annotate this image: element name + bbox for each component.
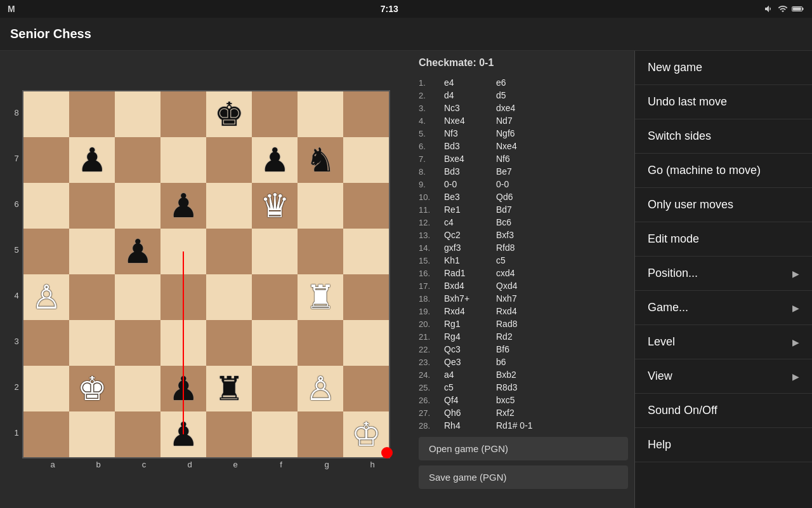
- move-white[interactable]: Rad1: [444, 268, 495, 278]
- move-white[interactable]: Nf3: [444, 128, 495, 138]
- cell-d3[interactable]: [160, 320, 206, 366]
- move-white[interactable]: Bd3: [444, 141, 495, 151]
- move-black[interactable]: Rfd8: [496, 243, 547, 253]
- chess-board[interactable]: ♚♟♟♞♟♛♟♙♜♚♟♜♙♟♔: [22, 90, 390, 458]
- move-black[interactable]: Rd1# 0-1: [496, 420, 547, 431]
- cell-c1[interactable]: [115, 411, 160, 457]
- move-black[interactable]: Nxe4: [496, 141, 547, 151]
- cell-h6[interactable]: [343, 183, 389, 229]
- move-black[interactable]: 0-0: [496, 179, 547, 189]
- move-white[interactable]: Rg1: [444, 319, 495, 329]
- move-black[interactable]: c5: [496, 255, 547, 265]
- cell-b8[interactable]: [69, 91, 115, 137]
- cell-e3[interactable]: [206, 320, 252, 366]
- cell-b4[interactable]: [69, 274, 115, 320]
- move-white[interactable]: Bxe4: [444, 154, 495, 164]
- cell-e4[interactable]: [206, 274, 252, 320]
- move-white[interactable]: c5: [444, 382, 495, 392]
- move-white[interactable]: Nc3: [444, 103, 495, 113]
- cell-a2[interactable]: [23, 366, 69, 411]
- move-white[interactable]: 0-0: [444, 179, 495, 189]
- cell-g5[interactable]: [298, 229, 343, 274]
- cell-g4[interactable]: ♜: [298, 274, 343, 320]
- move-black[interactable]: Bxb2: [496, 370, 547, 380]
- move-black[interactable]: Ngf6: [496, 128, 547, 138]
- cell-e2[interactable]: ♜: [206, 366, 252, 411]
- menu-item-game[interactable]: Game...▶: [635, 291, 812, 325]
- move-black[interactable]: Bxf3: [496, 230, 547, 240]
- cell-a8[interactable]: [23, 91, 69, 137]
- move-black[interactable]: Rad8: [496, 319, 547, 329]
- move-white[interactable]: Be3: [444, 192, 495, 202]
- save-game-button[interactable]: Save game (PGN): [419, 465, 628, 489]
- cell-a7[interactable]: [23, 137, 69, 183]
- cell-h8[interactable]: [343, 91, 389, 137]
- cell-e1[interactable]: [206, 411, 252, 457]
- move-black[interactable]: Nf6: [496, 154, 547, 164]
- cell-c2[interactable]: [115, 366, 160, 411]
- cell-b7[interactable]: ♟: [69, 137, 115, 183]
- cell-c3[interactable]: [115, 320, 160, 366]
- menu-item-undo-last-move[interactable]: Undo last move: [635, 85, 812, 119]
- move-white[interactable]: Qe3: [444, 357, 495, 367]
- cell-d6[interactable]: ♟: [160, 183, 206, 229]
- menu-item-help[interactable]: Help: [635, 428, 812, 462]
- cell-e8[interactable]: ♚: [206, 91, 252, 137]
- move-black[interactable]: Bd7: [496, 204, 547, 215]
- cell-a6[interactable]: [23, 183, 69, 229]
- menu-item-view[interactable]: View▶: [635, 359, 812, 394]
- move-white[interactable]: Re1: [444, 204, 495, 215]
- cell-f2[interactable]: [252, 366, 298, 411]
- cell-a1[interactable]: [23, 411, 69, 457]
- cell-d4[interactable]: [160, 274, 206, 320]
- move-black[interactable]: d5: [496, 90, 547, 100]
- cell-f3[interactable]: [252, 320, 298, 366]
- open-game-button[interactable]: Open game (PGN): [419, 437, 628, 460]
- cell-g1[interactable]: [298, 411, 343, 457]
- cell-e5[interactable]: [206, 229, 252, 274]
- move-white[interactable]: Rg4: [444, 331, 495, 342]
- move-white[interactable]: gxf3: [444, 243, 495, 253]
- menu-item-switch-sides[interactable]: Switch sides: [635, 119, 812, 154]
- move-white[interactable]: Bxh7+: [444, 293, 495, 304]
- cell-e6[interactable]: [206, 183, 252, 229]
- menu-item-position[interactable]: Position...▶: [635, 257, 812, 291]
- move-black[interactable]: Be7: [496, 166, 547, 177]
- cell-d5[interactable]: [160, 229, 206, 274]
- cell-b3[interactable]: [69, 320, 115, 366]
- move-black[interactable]: Nxh7: [496, 293, 547, 304]
- cell-g7[interactable]: ♞: [298, 137, 343, 183]
- move-black[interactable]: bxc5: [496, 395, 547, 405]
- cell-f1[interactable]: [252, 411, 298, 457]
- move-white[interactable]: c4: [444, 217, 495, 227]
- move-black[interactable]: cxd4: [496, 268, 547, 278]
- cell-c4[interactable]: [115, 274, 160, 320]
- move-white[interactable]: e4: [444, 77, 495, 88]
- move-white[interactable]: Kh1: [444, 255, 495, 265]
- move-white[interactable]: Qf4: [444, 395, 495, 405]
- move-white[interactable]: Nxe4: [444, 116, 495, 126]
- move-white[interactable]: Qh6: [444, 408, 495, 418]
- cell-d7[interactable]: [160, 137, 206, 183]
- menu-item-sound-onoff[interactable]: Sound On/Off: [635, 394, 812, 428]
- cell-d1[interactable]: ♟: [160, 411, 206, 457]
- cell-f8[interactable]: [252, 91, 298, 137]
- move-black[interactable]: R8d3: [496, 382, 547, 392]
- cell-f4[interactable]: [252, 274, 298, 320]
- cell-h3[interactable]: [343, 320, 389, 366]
- cell-d2[interactable]: ♟: [160, 366, 206, 411]
- cell-b1[interactable]: [69, 411, 115, 457]
- cell-g8[interactable]: [298, 91, 343, 137]
- cell-c7[interactable]: [115, 137, 160, 183]
- move-black[interactable]: Rxd4: [496, 306, 547, 316]
- cell-c6[interactable]: [115, 183, 160, 229]
- move-white[interactable]: Qc2: [444, 230, 495, 240]
- cell-c8[interactable]: [115, 91, 160, 137]
- cell-g2[interactable]: ♙: [298, 366, 343, 411]
- cell-b2[interactable]: ♚: [69, 366, 115, 411]
- move-white[interactable]: Bd3: [444, 166, 495, 177]
- cell-f6[interactable]: ♛: [252, 183, 298, 229]
- cell-f7[interactable]: ♟: [252, 137, 298, 183]
- cell-d8[interactable]: [160, 91, 206, 137]
- cell-h2[interactable]: [343, 366, 389, 411]
